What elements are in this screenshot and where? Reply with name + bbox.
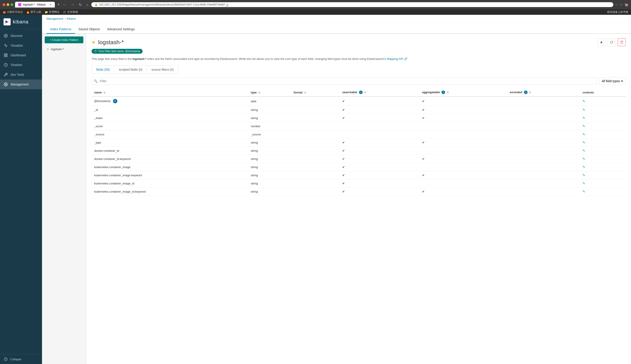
info-icon[interactable]: i [359, 90, 363, 94]
address-bar[interactable]: 🔒 192.168.1.201:32639/app/kibana#/manage… [91, 2, 613, 7]
tab-source-filters[interactable]: source filters (0) [147, 66, 178, 74]
field-name-cell: docker.container_id.keyword [92, 155, 248, 163]
edit-icon[interactable]: ✎ [582, 116, 585, 120]
field-name-cell: _index [92, 114, 248, 122]
info-icon[interactable]: i [524, 90, 527, 94]
field-excluded-cell [507, 147, 580, 155]
field-searchable-cell: ✔ [340, 155, 419, 163]
field-format-cell [291, 106, 340, 114]
filter-input[interactable] [92, 77, 596, 85]
sidebar-nav: Discover Visualize Dashboard Timelion [0, 29, 42, 354]
edit-icon[interactable]: ✎ [582, 108, 585, 112]
info-icon[interactable]: i [442, 90, 445, 94]
edit-icon[interactable]: ✎ [582, 124, 585, 128]
delete-action-button[interactable] [618, 38, 626, 46]
refresh-action-button[interactable] [607, 38, 615, 46]
tab-title: logstash-* - Kibana [23, 3, 45, 6]
field-aggregatable-cell: ✔ [419, 155, 507, 163]
field-name-cell: kubernetes.container_image.keyword [92, 171, 248, 179]
browser-tab[interactable]: logstash-* - Kibana ✕ [15, 2, 55, 8]
sidebar-item-dashboard[interactable]: Dashboard [0, 50, 42, 60]
bookmark-item-mobile[interactable]: 移动设备上的书签 [607, 10, 628, 14]
bookmark-item[interactable]: 🛒 京东商城 [63, 10, 78, 14]
bookmark-item[interactable]: 🔥 新手上路 [26, 10, 41, 14]
field-type-cell: string [248, 114, 291, 122]
wrench-icon [4, 72, 8, 77]
edit-icon[interactable]: ✎ [582, 157, 585, 160]
pattern-item-logstash[interactable]: ★ logstash-* [45, 46, 83, 52]
edit-icon[interactable]: ✎ [582, 165, 585, 169]
sidebar-item-visualize[interactable]: Visualize [0, 41, 42, 50]
th-type[interactable]: type ⇅ [248, 88, 291, 97]
clock-icon [4, 63, 8, 67]
sidebar-item-label: Timelion [11, 63, 22, 67]
sidebar: kibana Discover Visualize Dashboard [0, 15, 42, 364]
edit-icon[interactable]: ✎ [582, 182, 585, 185]
field-type-dropdown[interactable]: All field types ▾ [599, 77, 626, 85]
tab-saved-objects[interactable]: Saved Objects [75, 25, 104, 34]
tab-scripted-fields[interactable]: scripted fields (0) [114, 66, 147, 74]
back-button[interactable]: ← [62, 2, 68, 7]
star-action-button[interactable]: ★ [597, 38, 605, 46]
field-excluded-cell [507, 188, 580, 196]
field-name: kubernetes.container_image_id [94, 182, 134, 185]
field-controls-cell: ✎ [580, 188, 626, 196]
browser-chrome: logstash-* - Kibana ✕ + ← → ↻ ⌂ 🔒 192.16… [0, 0, 631, 9]
minimize-dot[interactable] [7, 3, 9, 6]
edit-icon[interactable]: ✎ [582, 190, 585, 193]
sidebar-item-devtools[interactable]: Dev Tools [0, 70, 42, 80]
tab-index-patterns[interactable]: Index Patterns [47, 25, 75, 34]
field-name-cell: _id [92, 106, 248, 114]
bookmark-icon[interactable]: ☆ [620, 3, 623, 6]
bookmarks-library-icon[interactable]: 📚 [624, 3, 628, 6]
bookmark-item[interactable]: 🦊 火狐官方站点 [3, 10, 23, 14]
edit-icon[interactable]: ✎ [582, 132, 585, 136]
th-aggregatable[interactable]: aggregatable i ⇅ [419, 88, 507, 97]
field-excluded-cell [507, 106, 580, 114]
edit-icon[interactable]: ✎ [582, 100, 585, 103]
field-searchable-cell [340, 122, 419, 130]
th-searchable[interactable]: searchable i ⇅ [340, 88, 419, 97]
index-actions: ★ [597, 38, 626, 46]
extensions-icon[interactable]: ⋯ [615, 3, 618, 6]
bookmark-item[interactable]: 📁 常用网址 [45, 10, 60, 14]
sidebar-item-management[interactable]: Management [0, 80, 42, 89]
tab-advanced-settings[interactable]: Advanced Settings [104, 25, 138, 34]
checkmark-icon: ✔ [342, 190, 345, 193]
sidebar-item-timelion[interactable]: Timelion [0, 60, 42, 70]
new-tab-icon[interactable]: + [58, 2, 60, 7]
index-star-icon[interactable]: ★ [92, 40, 96, 45]
home-button[interactable]: ⌂ [85, 2, 90, 7]
edit-icon[interactable]: ✎ [582, 149, 585, 152]
edit-icon[interactable]: ✎ [582, 174, 585, 177]
mapping-api-link[interactable]: Mapping API [387, 57, 403, 60]
th-format[interactable]: format ⇅ [291, 88, 340, 97]
field-aggregatable-cell [419, 147, 507, 155]
th-excluded[interactable]: excluded i ⇅ [507, 88, 580, 97]
breadcrumb-kibana[interactable]: Kibana [67, 17, 76, 20]
checkmark-icon: ✔ [342, 141, 345, 144]
collapse-button[interactable]: Collapse [4, 357, 39, 361]
field-controls-cell: ✎ [580, 163, 626, 171]
tab-fields[interactable]: fields (50) [92, 66, 114, 74]
timestamp-badge[interactable]: ⏱ [113, 99, 117, 103]
star-icon: ★ [47, 47, 49, 51]
forward-button[interactable]: → [70, 2, 76, 7]
field-name-cell: kubernetes.container_image_id.keyword [92, 188, 248, 196]
field-controls-cell: ✎ [580, 106, 626, 114]
field-type-cell: number [248, 122, 291, 130]
th-name[interactable]: name ⇅ [92, 88, 248, 97]
browser-window-controls [3, 3, 13, 6]
field-controls-cell: ✎ [580, 114, 626, 122]
edit-icon[interactable]: ✎ [582, 141, 585, 144]
close-icon[interactable]: ✕ [50, 3, 52, 6]
breadcrumb-management[interactable]: Management [47, 17, 63, 20]
maximize-dot[interactable] [11, 3, 13, 6]
url-text: 192.168.1.201:32639/app/kibana#/manageme… [99, 3, 610, 6]
sidebar-item-discover[interactable]: Discover [0, 31, 42, 41]
close-dot[interactable] [3, 3, 5, 6]
sidebar-logo-text: kibana [13, 19, 29, 25]
field-controls-cell: ✎ [580, 122, 626, 130]
reload-button[interactable]: ↻ [78, 2, 83, 7]
create-index-pattern-button[interactable]: + Create Index Pattern [45, 36, 83, 43]
